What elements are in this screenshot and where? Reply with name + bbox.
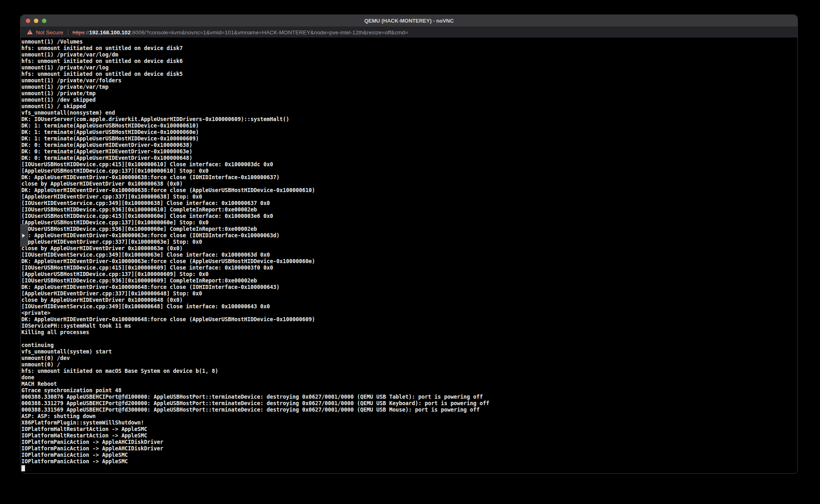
vnc-screen[interactable]: unmount(1) /Volumes hfs: unmount initiat… — [21, 38, 797, 473]
terminal-cursor — [21, 465, 25, 471]
url-scheme: https — [73, 29, 85, 36]
warning-triangle-icon — [27, 29, 33, 34]
desktop-background: QEMU (HACK-MONTEREY) - noVNC Not Secure … — [0, 0, 820, 504]
title-bar[interactable]: QEMU (HACK-MONTEREY) - noVNC — [21, 15, 797, 27]
novnc-control-handle[interactable] — [21, 224, 28, 247]
url-text[interactable]: https://192.168.100.102:8006/?console=kv… — [73, 29, 408, 36]
address-bar[interactable]: Not Secure https://192.168.100.102:8006/… — [21, 27, 797, 38]
window-title: QEMU (HACK-MONTEREY) - noVNC — [21, 15, 797, 27]
browser-window: QEMU (HACK-MONTEREY) - noVNC Not Secure … — [20, 15, 798, 474]
chevron-right-icon — [22, 234, 25, 238]
not-secure-badge[interactable]: Not Secure — [36, 29, 63, 36]
url-host: 192.168.100.102 — [89, 29, 131, 36]
address-bar-divider — [68, 29, 68, 35]
url-scheme-separator: :// — [84, 29, 89, 36]
url-path: :8006/?console=kvm&novnc=1&vmid=101&vmna… — [131, 29, 408, 36]
console-output: unmount(1) /Volumes hfs: unmount initiat… — [21, 38, 797, 465]
